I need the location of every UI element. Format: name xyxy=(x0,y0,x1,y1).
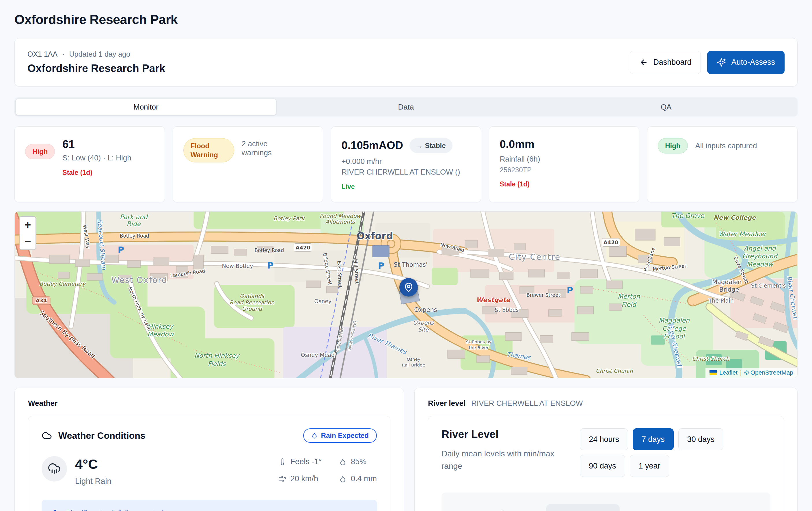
site-meta: OX1 1AA · Updated 1 day ago xyxy=(27,50,165,58)
map-label: The Plain xyxy=(708,297,734,304)
range-24-hours-button[interactable]: 24 hours xyxy=(580,428,628,450)
map-label: Rail Bridge xyxy=(402,362,425,368)
dashboard-button-label: Dashboard xyxy=(653,58,691,67)
map-label: North Hinksey xyxy=(194,352,240,359)
weather-metrics: Feels -1° 85% 20 km/h xyxy=(279,457,377,486)
map-zoom-out-button[interactable]: − xyxy=(20,233,35,249)
rainfall-value: 0.0mm xyxy=(499,138,629,151)
map-label: P xyxy=(378,261,384,271)
map-zoom-control: + − xyxy=(19,216,36,250)
map-zoom-in-button[interactable]: + xyxy=(20,217,35,233)
sparkles-icon xyxy=(717,58,726,67)
wind-metric: 20 km/h xyxy=(279,474,322,483)
rainfall-card: 0.0mm Rainfall (6h) 256230TP Stale (1d) xyxy=(489,126,639,202)
trend-arrow-icon: → xyxy=(416,142,423,150)
site-header-left: OX1 1AA · Updated 1 day ago Oxfordshire … xyxy=(27,50,165,75)
weather-condition-circle xyxy=(41,456,67,482)
river-level-stat-card: 0.105mAOD → Stable +0.000 m/hr RIVER CHE… xyxy=(331,126,482,202)
current-level-label: Current Level xyxy=(454,509,503,511)
risk-score-value: 61 xyxy=(62,138,131,151)
map-label: New College xyxy=(714,214,756,221)
leaflet-link[interactable]: Leaflet xyxy=(719,369,737,376)
map-label: Westgate xyxy=(476,296,511,303)
header-actions: Dashboard Auto-Assess xyxy=(630,51,785,74)
map-label: St Ebbes by xyxy=(466,339,491,345)
stats-row: High 61 S: Low (40) · L: High Stale (1d)… xyxy=(14,126,798,202)
map-label: East Street xyxy=(337,261,343,288)
site-header-card: OX1 1AA · Updated 1 day ago Oxfordshire … xyxy=(14,38,798,86)
tab-monitor[interactable]: Monitor xyxy=(16,99,276,115)
tab-qa[interactable]: QA xyxy=(536,99,796,115)
river-live-status: Live xyxy=(342,183,471,191)
feels-like-value: Feels -1° xyxy=(290,457,322,466)
quality-detail: All inputs captured xyxy=(695,141,757,150)
range-selector: 24 hours 7 days 30 days 90 days 1 year xyxy=(580,428,771,477)
map-label: A420 xyxy=(604,239,618,245)
osm-link[interactable]: © OpenStreetMap xyxy=(744,369,793,376)
river-panel-subtitle: Daily mean levels with min/max range xyxy=(441,448,566,473)
map-label: Oatlands xyxy=(240,293,264,299)
weather-panel-title-text: Weather Conditions xyxy=(58,430,146,441)
range-7-days-button[interactable]: 7 days xyxy=(633,428,674,450)
map-label: Oxpens xyxy=(414,306,437,313)
map-label: Osney xyxy=(314,298,331,304)
temperature-value: 4°C xyxy=(75,456,112,472)
risk-badge: High xyxy=(25,144,55,159)
humidity-metric: 85% xyxy=(339,457,377,466)
data-quality-card: High All inputs captured xyxy=(647,126,798,202)
condition-label: Light Rain xyxy=(75,477,112,486)
tab-data[interactable]: Data xyxy=(276,99,536,115)
map-label: Oxpens xyxy=(413,319,434,326)
weather-section-title: Weather xyxy=(28,399,390,408)
river-section-title: River level xyxy=(428,399,465,408)
meta-separator: · xyxy=(62,50,64,58)
river-rate: +0.000 m/hr xyxy=(342,157,471,166)
range-90-days-button[interactable]: 90 days xyxy=(580,455,625,477)
trend-badge: → Stable xyxy=(409,138,453,153)
updated-text: Updated 1 day ago xyxy=(69,50,130,58)
rain-expected-label: Rain Expected xyxy=(321,432,369,439)
thermometer-icon xyxy=(279,458,286,466)
weather-panel: Weather Conditions Rain Expected xyxy=(28,416,390,511)
risk-score-detail: S: Low (40) · L: High xyxy=(62,154,131,162)
rainfall-station: 256230TP xyxy=(499,166,629,174)
page: Oxfordshire Research Park OX1 1AA · Upda… xyxy=(0,0,812,511)
map-label: A420 xyxy=(296,244,311,250)
current-level-box: Current Level xyxy=(441,492,771,511)
map-label: Osney xyxy=(407,357,420,362)
flood-warning-card: Flood Warning 2 active warnings xyxy=(173,126,323,202)
range-30-days-button[interactable]: 30 days xyxy=(678,428,724,450)
trend-label: Stable xyxy=(425,142,446,150)
map-label: Road Recreation xyxy=(230,299,274,305)
map-label: St Clement's xyxy=(751,283,786,289)
precip-metric: 0.4 mm xyxy=(339,474,377,483)
river-section-station: RIVER CHERWELL AT ENSLOW xyxy=(471,399,583,408)
map-label: Ride xyxy=(126,220,141,227)
map-label: Field xyxy=(621,301,637,308)
rainfall-label: Rainfall (6h) xyxy=(499,155,629,164)
map-pin-icon xyxy=(404,283,413,292)
map-label: Fields xyxy=(208,360,226,367)
dashboard-button[interactable]: Dashboard xyxy=(630,51,701,74)
risk-status: Stale (1d) xyxy=(62,169,131,177)
map-marker[interactable] xyxy=(399,278,418,297)
map[interactable]: Park andRideBotley ParkPound MeadowAllot… xyxy=(14,211,798,378)
river-level-value: 0.105mAOD xyxy=(342,139,403,152)
map-label: Magdalen xyxy=(712,279,742,286)
range-1-year-button[interactable]: 1 year xyxy=(630,455,669,477)
map-label: St Ebbes xyxy=(495,307,519,313)
flood-warning-detail: 2 active warnings xyxy=(242,139,285,157)
rainfall-status: Stale (1d) xyxy=(499,180,629,188)
map-label: Greyhound xyxy=(742,252,778,260)
river-station: RIVER CHERWELL AT ENSLOW () xyxy=(342,168,471,177)
auto-assess-button[interactable]: Auto-Assess xyxy=(707,51,785,74)
map-label: Site xyxy=(418,326,429,333)
map-label: Botley Park xyxy=(273,215,305,221)
map-label: Pound Meadow xyxy=(319,213,361,219)
bottom-row: Weather Weather Conditions Rain Expected xyxy=(14,387,798,511)
map-label: Bridge xyxy=(719,286,739,293)
map-label: Brewer Street xyxy=(526,292,560,298)
droplet-icon xyxy=(339,475,347,483)
page-title: Oxfordshire Research Park xyxy=(14,12,798,27)
map-label: Magdalen xyxy=(659,317,690,324)
